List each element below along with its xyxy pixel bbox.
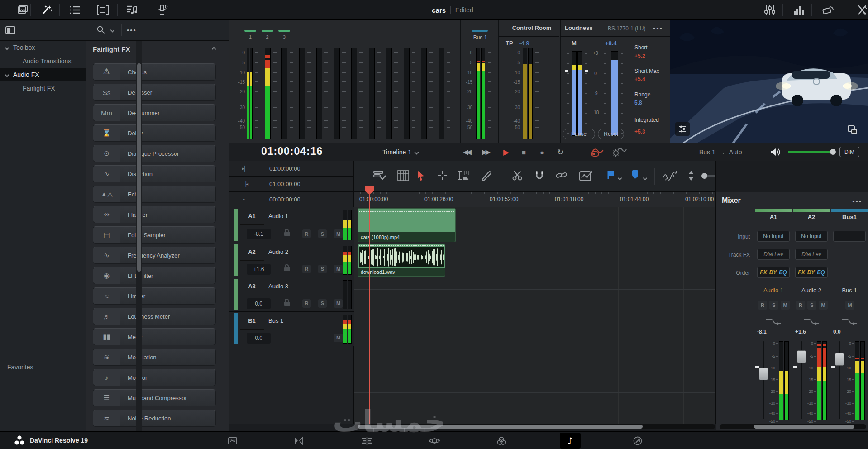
slider-knob[interactable] xyxy=(701,173,707,179)
voiceover-icon[interactable] xyxy=(156,4,169,16)
fx-item-de-hummer[interactable]: MmDe-Hummer xyxy=(93,104,216,121)
solo-button[interactable]: S xyxy=(318,265,327,273)
record-arm-button[interactable]: R xyxy=(302,265,311,273)
page-cut-button[interactable] xyxy=(288,432,309,449)
pointer-tool-icon[interactable] xyxy=(417,170,425,181)
fx-item-distortion[interactable]: ∿Distortion xyxy=(93,165,216,182)
clip-download1-wav[interactable]: download1.wav xyxy=(358,244,445,277)
page-fairlight-button[interactable]: ♪ xyxy=(560,433,581,449)
sidebar-item-audio-transitions[interactable]: Audio Transitions xyxy=(0,54,86,68)
track-gain-value[interactable]: +1.6 xyxy=(247,264,271,275)
lock-icon[interactable] xyxy=(284,299,290,306)
dim-button[interactable]: DIM xyxy=(839,147,859,157)
fx-item-multiband-compressor[interactable]: ☰Multiband Compressor xyxy=(93,389,216,406)
fx-item-foley-sampler[interactable]: ▤Foley Sampler xyxy=(93,226,216,244)
page-deliver-button[interactable] xyxy=(627,432,648,449)
mixer-channel-name[interactable]: Audio 2 xyxy=(793,287,830,294)
index-icon[interactable] xyxy=(68,4,81,16)
viewer-settings-icon[interactable] xyxy=(675,122,690,136)
fx-item-echo[interactable]: ▲△Echo xyxy=(93,186,216,203)
fx-item-frequency-analyzer[interactable]: ∿Frequency Analyzer xyxy=(93,247,216,264)
edit-tool-icon[interactable] xyxy=(456,170,472,182)
fx-item-limiter[interactable]: ≈Limiter xyxy=(93,287,216,305)
record-arm-button[interactable]: R xyxy=(758,301,767,310)
fx-item-delay[interactable]: ⌛Delay xyxy=(93,124,216,142)
lock-icon[interactable] xyxy=(284,229,290,236)
solo-button[interactable]: S xyxy=(807,301,816,310)
play-button[interactable]: ▶ xyxy=(503,143,509,161)
sidebar-item-audio-fx[interactable]: Audio FX xyxy=(0,68,86,81)
fx-panel-header[interactable]: Fairlight FX xyxy=(93,44,222,57)
track-gain-value[interactable]: 0.0 xyxy=(247,333,271,344)
track-header-a3[interactable]: A3Audio 30.0RSM xyxy=(229,277,354,312)
media-pool-icon[interactable] xyxy=(16,4,29,16)
order-badge-eq[interactable]: EQ xyxy=(779,269,787,276)
speaker-icon[interactable] xyxy=(770,143,781,161)
vertical-zoom-icon[interactable] xyxy=(688,170,694,181)
fx-item-dialogue-processor[interactable]: ⊙Dialogue Processor xyxy=(93,145,216,162)
page-fusion-button[interactable] xyxy=(424,432,445,449)
panel-collapse-icon[interactable] xyxy=(5,26,15,34)
timeline-header-value[interactable]: 00:00:00:00 xyxy=(269,196,300,203)
mixer-order-badges[interactable]: FXDYEQ xyxy=(757,267,790,278)
expand-viewer-icon[interactable] xyxy=(845,123,860,137)
track-gain-value[interactable]: 0.0 xyxy=(247,298,271,309)
link-icon[interactable] xyxy=(556,170,568,180)
range-tool-icon[interactable] xyxy=(437,170,447,180)
track-grid-icon[interactable] xyxy=(397,170,409,181)
page-edit-button[interactable] xyxy=(357,432,377,449)
track-header-a1[interactable]: A1Audio 1-8.1RSM xyxy=(229,207,354,243)
fx-item-noise-reduction[interactable]: ≂Noise Reduction xyxy=(93,410,216,427)
mixer-input-selector[interactable]: No Input xyxy=(757,231,790,242)
order-badge-dy[interactable]: DY xyxy=(769,269,777,276)
search-icon[interactable] xyxy=(96,25,105,34)
monitor-path[interactable]: Bus 1 → Auto xyxy=(699,143,742,161)
adr-icon[interactable] xyxy=(96,4,110,16)
mute-button[interactable]: M xyxy=(781,301,790,310)
search-options-chevron-icon[interactable] xyxy=(110,28,115,33)
fx-item-monitor[interactable]: ♪Monitor xyxy=(93,369,216,386)
timeline-header-value[interactable]: 01:00:00:00 xyxy=(269,165,300,172)
sidebar-item-fairlight-fx[interactable]: Fairlight FX xyxy=(0,81,86,95)
timeline-hscrollbar-thumb[interactable] xyxy=(358,425,643,429)
solo-button[interactable]: S xyxy=(769,301,778,310)
fx-item-loudness-meter[interactable]: ♬Loudness Meter xyxy=(93,308,216,325)
mixer-input-selector[interactable] xyxy=(833,231,866,242)
record-arm-button[interactable]: R xyxy=(302,299,311,308)
automation-toggle-icon[interactable] xyxy=(591,143,604,161)
page-media-button[interactable] xyxy=(222,432,243,449)
timeline-hscrollbar-track[interactable] xyxy=(355,424,715,429)
mixer-channel-name[interactable]: Audio 1 xyxy=(755,287,792,294)
timecode-display[interactable]: 01:00:04:16 xyxy=(261,145,323,158)
meters-panel-icon[interactable] xyxy=(792,4,806,16)
fx-item-meter[interactable]: ▮▮Meter xyxy=(93,328,216,345)
pencil-tool-icon[interactable] xyxy=(481,170,492,181)
timeline-options-icon[interactable] xyxy=(373,170,387,181)
mixer-trackfx-slot[interactable]: Dial Lev xyxy=(757,249,790,260)
fader-track[interactable] xyxy=(763,341,764,419)
fx-item-chorus[interactable]: ⁂Chorus xyxy=(93,63,216,81)
pan-curve-icon[interactable] xyxy=(841,317,858,326)
mute-button[interactable]: M xyxy=(334,265,343,273)
page-color-button[interactable] xyxy=(491,432,512,449)
order-badge-dy[interactable]: DY xyxy=(807,269,815,276)
panel-options-icon[interactable]: ••• xyxy=(127,26,137,34)
mixer-input-selector[interactable]: No Input xyxy=(795,231,828,242)
pan-curve-icon[interactable] xyxy=(765,317,782,326)
fx-item-modulation[interactable]: ≋Modulation xyxy=(93,349,216,366)
fader-knob[interactable] xyxy=(835,353,844,366)
vertical-zoom-slider[interactable] xyxy=(701,175,716,177)
mixer-hscrollbar-thumb[interactable] xyxy=(754,425,854,429)
fast-forward-button[interactable]: ▶▶ xyxy=(482,143,489,161)
volume-slider-knob[interactable] xyxy=(830,149,836,155)
order-badge-fx[interactable]: FX xyxy=(760,269,767,276)
stop-button[interactable]: ■ xyxy=(522,143,526,161)
inspector-panel-icon[interactable] xyxy=(855,4,868,16)
mixer-gain-value[interactable]: -8.1 xyxy=(757,329,767,335)
track-header-a2[interactable]: A2Audio 2+1.6RSM xyxy=(229,243,354,277)
expand-chevron-icon[interactable] xyxy=(5,45,10,50)
order-badge-fx[interactable]: FX xyxy=(798,269,805,276)
mixer-gain-value[interactable]: +1.6 xyxy=(795,329,806,335)
mute-button[interactable]: M xyxy=(334,299,343,308)
sidebar-item-toolbox[interactable]: Toolbox xyxy=(0,41,86,54)
